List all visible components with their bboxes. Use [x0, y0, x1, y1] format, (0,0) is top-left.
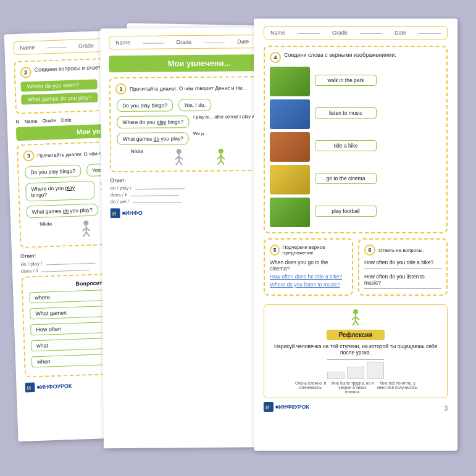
reflexia-title: Рефлексия: [327, 330, 385, 340]
section1-badge: 1: [115, 83, 127, 94]
svg-line-5: [86, 232, 90, 236]
logo-icon-right: И: [264, 402, 273, 412]
word-whatgames: What games: [30, 306, 107, 319]
activity-labels-col: walk in the park listen to music ride a …: [315, 67, 377, 227]
section5-instruction: Подчеркни верное предложение.: [283, 244, 347, 256]
activity-listen: listen to music: [315, 107, 377, 119]
reflexia-figure-icon: [349, 309, 362, 326]
section5-box: 5 Подчеркни верное предложение. When doe…: [264, 238, 353, 296]
reflexia-figure: [268, 309, 443, 327]
name-label: Name: [20, 44, 35, 51]
mid-bubble5: What games do you play?: [117, 132, 189, 145]
grade-label2: Name: [24, 119, 38, 125]
reflexia-steps: [268, 359, 443, 379]
svg-line-35: [356, 321, 359, 325]
svg-point-22: [218, 149, 223, 154]
bubble5: What games do you play?: [26, 203, 98, 218]
word-where: where: [29, 290, 107, 303]
grade-m: Grade: [176, 39, 191, 45]
level-labels: Очень сложно, я сомневаюсь. Мне было тру…: [268, 381, 443, 394]
svg-text:И: И: [27, 385, 31, 391]
section6-box: 6 Ответь на вопросы. How often do you ri…: [358, 238, 448, 296]
level3-label: Мне всё понятно, у меня всё получилось.: [376, 381, 419, 394]
name-r: Name: [270, 30, 285, 36]
mid-char1: Nikita: [131, 149, 143, 166]
svg-text:И: И: [112, 211, 117, 217]
figure1-icon: [80, 220, 93, 238]
section5-badge: 5: [270, 244, 280, 256]
section56-row: 5 Подчеркни верное предложение. When doe…: [264, 238, 448, 301]
mid-bubble6: We p...: [193, 131, 208, 146]
activity-cinema: go to the cinema: [315, 173, 377, 184]
section4-content: walk in the park listen to music ride a …: [270, 67, 441, 227]
word-when: when: [31, 354, 109, 367]
question6-1: How often do you ride a bike?: [364, 259, 441, 265]
questions-col: Where do you swim? What games do you pla…: [20, 79, 98, 104]
header-row-right: Name Grade Date: [264, 26, 448, 40]
svg-line-21: [179, 161, 182, 165]
svg-line-20: [176, 161, 179, 165]
question6-2: How often do you listen to music?: [364, 273, 441, 286]
level1-label: Очень сложно, я сомневаюсь.: [292, 381, 329, 394]
footer-right: И ■ИНФ0УРОК 3: [264, 402, 448, 412]
sentence2-underlined: How often does he ride a bike?: [270, 273, 342, 280]
level2-label: Мне было трудно, но я уверен в своих зна…: [331, 381, 374, 394]
logo-text-mid: ■ИНФО: [122, 210, 143, 216]
section6-instruction: Ответь на вопросы.: [378, 248, 424, 253]
answer-line2: [364, 288, 441, 289]
step1: [327, 372, 344, 379]
photo4-family: [270, 198, 310, 227]
question2: What games do you play?: [21, 92, 98, 104]
svg-line-34: [353, 321, 356, 325]
logo-text-left: ■ИНФОУРОК: [36, 383, 72, 390]
answer-line1: [364, 268, 441, 269]
sentence3-underlined: Where do you listen to music?: [270, 282, 340, 288]
activity-bike: ride a bike: [315, 140, 377, 151]
section4-instruction: Соедини слова с верными изображениями.: [284, 52, 396, 58]
date-m: Date: [237, 38, 249, 44]
bubble1: Do you play bingo?: [25, 164, 81, 178]
grade-r: Grade: [332, 30, 348, 36]
section3-badge: 3: [23, 150, 35, 162]
activity-football: play football: [315, 206, 377, 217]
bubble3: Where do you play bingo?: [25, 181, 95, 202]
section2-instruction: Соедини вопросы и ответы.: [34, 64, 106, 73]
name-m: Name: [115, 40, 130, 46]
logo-icon-left: И: [25, 382, 35, 393]
sentence2: How often does he ride a bike?: [270, 273, 347, 280]
photos-col: [270, 67, 310, 227]
svg-line-4: [83, 232, 86, 236]
mid-bubble2: Yes, I do.: [178, 99, 211, 111]
step3: [367, 362, 384, 379]
grade2: Grade: [42, 118, 56, 124]
step2: [347, 367, 364, 379]
svg-point-16: [177, 149, 182, 154]
date-r: Date: [395, 30, 406, 36]
svg-point-0: [83, 220, 88, 225]
svg-text:И: И: [265, 404, 269, 411]
photo4-bucket: [270, 165, 310, 194]
logo-icon-mid: И: [111, 208, 120, 218]
question1: Where do you swim?: [20, 79, 98, 91]
sentence1: When does you go to the cinema?: [270, 259, 347, 272]
logo-right: И ■ИНФ0УРОК: [264, 402, 309, 412]
sentence3: Where do you listen to music?: [270, 282, 347, 288]
grade-label: Grade: [78, 43, 94, 49]
svg-line-27: [221, 161, 224, 165]
name-label2: N: [15, 119, 19, 125]
mid-figure1-icon: [173, 148, 185, 165]
date2: Date: [61, 117, 72, 123]
mid-bubble1: Do you play bingo?: [117, 99, 173, 112]
section1-instruction: Прочитайте диалог. О чём говорят Денис и…: [130, 85, 247, 92]
activity-walk: walk in the park: [315, 75, 377, 86]
page-number: 3: [444, 405, 448, 412]
reflexia-box: Рефлексия Нарисуй человечка на той ступе…: [264, 304, 448, 398]
photo4-girl: [270, 132, 310, 162]
word-howoften: How often: [30, 322, 108, 335]
char1: Nikita: [40, 221, 52, 239]
word-what: what: [31, 338, 109, 351]
reflexia-instruction: Нарисуй человечка на той ступени, на кот…: [268, 343, 443, 356]
page-front-right: Name Grade Date 4 Соедини слова с верным…: [254, 19, 457, 451]
svg-point-30: [353, 309, 358, 314]
photo4-cycling: [270, 99, 310, 129]
